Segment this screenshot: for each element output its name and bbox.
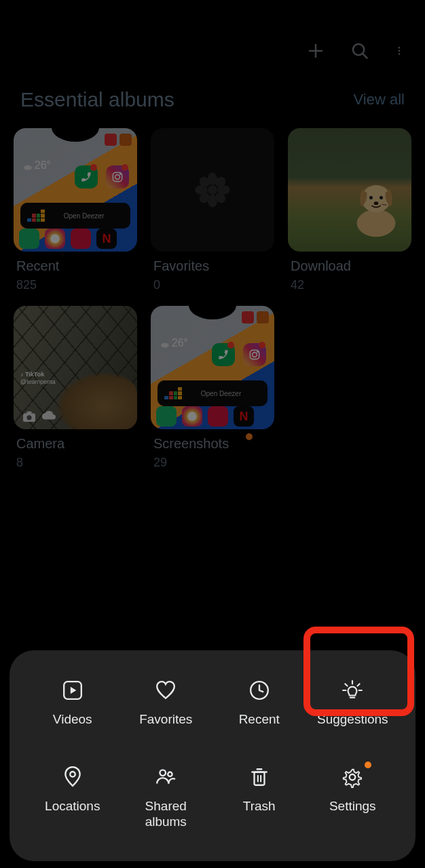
bottom-sheet: Videos Favorites Recent Suggestions Loca… [10, 650, 415, 861]
clock-icon [248, 679, 270, 702]
search-icon[interactable] [350, 41, 370, 61]
sheet-item-clock[interactable]: Recent [212, 679, 306, 728]
album-name: Download [291, 258, 411, 274]
sheet-item-trash[interactable]: Trash [212, 766, 306, 831]
sheet-item-label: Videos [53, 711, 92, 728]
svg-point-30 [253, 353, 257, 357]
sheet-item-label: Favorites [139, 711, 192, 728]
trash-icon [248, 766, 270, 789]
album-name: Favorites [153, 258, 274, 274]
album-thumbnail[interactable]: ♪ TikTok@teampenta [14, 306, 137, 429]
sheet-item-gear[interactable]: Settings [306, 766, 400, 831]
album-thumbnail[interactable] [288, 128, 411, 252]
video-icon [62, 679, 84, 702]
sheet-item-bulb[interactable]: Suggestions [306, 679, 400, 728]
album-count: 0 [153, 278, 274, 292]
album-thumbnail[interactable] [151, 128, 274, 252]
sheet-item-label: Recent [239, 711, 280, 728]
sheet-item-label: Settings [329, 798, 376, 814]
album-thumbnail[interactable]: 26° Open Deezer N [14, 128, 137, 252]
more-icon[interactable] [394, 41, 405, 61]
svg-point-5 [399, 50, 401, 52]
album-favorites[interactable]: Favorites 0 [151, 128, 274, 292]
svg-point-6 [399, 53, 401, 55]
people-icon [155, 766, 177, 789]
svg-rect-26 [26, 412, 31, 414]
svg-point-2 [353, 44, 364, 55]
album-count: 825 [16, 278, 137, 292]
svg-point-7 [24, 165, 32, 170]
album-recent[interactable]: 26° Open Deezer N Recent 825 [14, 128, 137, 292]
sheet-item-label: Locations [45, 798, 100, 814]
new-indicator-dot [246, 433, 253, 440]
album-screenshots[interactable]: 26° Open Deezer N Screenshots 29 [151, 306, 274, 470]
svg-point-11 [208, 185, 217, 195]
sheet-item-people[interactable]: Sharedalbums [119, 766, 213, 831]
svg-point-10 [120, 174, 122, 175]
svg-point-27 [26, 415, 31, 420]
sheet-item-label: Trash [243, 798, 276, 814]
albums-grid: 26° Open Deezer N Recent 825 Fa [0, 128, 425, 470]
album-thumbnail[interactable]: 26° Open Deezer N [151, 306, 274, 429]
sheet-grid: Videos Favorites Recent Suggestions Loca… [26, 679, 399, 830]
sheet-item-label: Sharedalbums [145, 798, 187, 831]
album-name: Recent [16, 258, 137, 274]
svg-point-24 [374, 201, 379, 205]
album-count: 29 [153, 456, 274, 470]
album-name: Screenshots [153, 436, 274, 452]
svg-point-9 [115, 175, 120, 180]
svg-line-3 [363, 54, 367, 58]
pin-icon [62, 766, 84, 789]
header-toolbar [0, 0, 425, 81]
album-name: Camera [16, 436, 137, 452]
svg-point-23 [380, 196, 383, 199]
sheet-item-heart[interactable]: Favorites [119, 679, 213, 728]
album-download[interactable]: Download 42 [288, 128, 411, 292]
sheet-item-pin[interactable]: Locations [26, 766, 119, 831]
svg-point-31 [257, 351, 259, 353]
heart-icon [155, 679, 177, 702]
svg-point-22 [369, 196, 373, 199]
section-header: Essential albums View all [0, 81, 425, 128]
svg-point-20 [357, 210, 396, 237]
add-icon[interactable] [306, 41, 326, 61]
sheet-item-video[interactable]: Videos [26, 679, 119, 728]
bulb-icon [341, 679, 363, 702]
svg-point-28 [161, 343, 169, 348]
svg-point-4 [399, 47, 401, 49]
album-count: 8 [16, 456, 137, 470]
gear-icon [341, 766, 363, 789]
section-title: Essential albums [20, 88, 174, 111]
album-count: 42 [291, 278, 411, 292]
sheet-item-label: Suggestions [317, 711, 388, 728]
view-all-link[interactable]: View all [354, 91, 405, 108]
album-camera[interactable]: ♪ TikTok@teampenta Camera 8 [14, 306, 137, 470]
badge-dot [365, 762, 371, 768]
